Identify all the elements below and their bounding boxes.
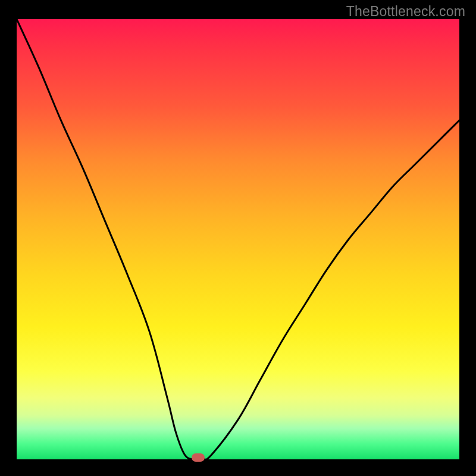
chart-frame: TheBottleneck.com xyxy=(0,0,476,476)
watermark-text: TheBottleneck.com xyxy=(346,4,465,20)
plot-area xyxy=(17,19,459,459)
bottleneck-curve xyxy=(17,19,459,459)
optimum-marker xyxy=(192,453,205,462)
